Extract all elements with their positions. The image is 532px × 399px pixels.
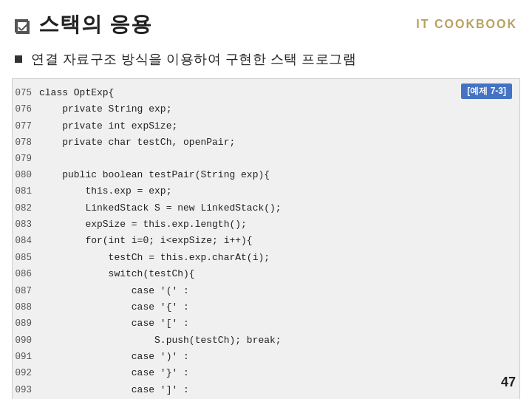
line-number: 088 bbox=[13, 301, 39, 315]
line-number: 087 bbox=[13, 284, 39, 299]
brand-label: IT COOKBOOK bbox=[416, 18, 517, 31]
table-row: 080 public boolean testPair(String exp){ bbox=[13, 167, 519, 183]
line-code: private char testCh, openPair; bbox=[39, 135, 235, 150]
code-container: [예제 7-3] 075class OptExp{076 private Str… bbox=[12, 78, 520, 399]
line-code: LinkedStack S = new LinkedStack(); bbox=[39, 201, 282, 216]
svg-line-2 bbox=[21, 24, 27, 30]
line-number: 080 bbox=[13, 168, 39, 183]
line-code: case '{' : bbox=[39, 300, 189, 315]
code-lines: 075class OptExp{076 private String exp;0… bbox=[13, 85, 519, 398]
line-code: case ')' : bbox=[39, 349, 189, 364]
line-code: testCh = this.exp.charAt(i); bbox=[39, 250, 270, 265]
line-number: 079 bbox=[13, 152, 39, 166]
page-title: 스택의 응용 bbox=[38, 10, 152, 38]
line-code: case '(' : bbox=[39, 284, 189, 299]
example-badge: [예제 7-3] bbox=[461, 83, 512, 99]
table-row: 089 case '[' : bbox=[13, 316, 519, 332]
table-row: 081 this.exp = exp; bbox=[13, 183, 519, 200]
table-row: 086 switch(testCh){ bbox=[13, 266, 519, 282]
line-code: this.exp = exp; bbox=[39, 184, 171, 199]
table-row: 075class OptExp{ bbox=[13, 85, 519, 101]
line-number: 081 bbox=[13, 185, 39, 199]
line-number: 089 bbox=[13, 317, 39, 331]
line-number: 093 bbox=[13, 383, 39, 398]
line-number: 078 bbox=[13, 136, 39, 150]
line-code: private int expSize; bbox=[39, 119, 177, 134]
line-code: case ']' : bbox=[39, 383, 189, 398]
line-code: S.push(testCh); break; bbox=[39, 333, 282, 348]
line-number: 083 bbox=[13, 218, 39, 232]
table-row: 088 case '{' : bbox=[13, 299, 519, 316]
checkbox-icon[interactable] bbox=[15, 19, 28, 33]
page-number: 47 bbox=[501, 375, 516, 390]
line-number: 086 bbox=[13, 267, 39, 282]
table-row: 090 S.push(testCh); break; bbox=[13, 332, 519, 349]
header: 스택의 응용 IT COOKBOOK bbox=[0, 0, 532, 46]
bullet-icon bbox=[15, 55, 22, 63]
table-row: 082 LinkedStack S = new LinkedStack(); bbox=[13, 200, 519, 216]
line-number: 076 bbox=[13, 103, 39, 117]
line-code: for(int i=0; i<expSize; i++){ bbox=[39, 233, 253, 248]
table-row: 083 expSize = this.exp.length(); bbox=[13, 216, 519, 233]
line-number: 092 bbox=[13, 366, 39, 381]
subtitle-text: 연결 자료구조 방식을 이용하여 구현한 스택 프로그램 bbox=[31, 50, 356, 68]
table-row: 092 case '}' : bbox=[13, 365, 519, 381]
table-row: 078 private char testCh, openPair; bbox=[13, 134, 519, 151]
table-row: 091 case ')' : bbox=[13, 349, 519, 365]
line-code: public boolean testPair(String exp){ bbox=[39, 168, 270, 183]
table-row: 085 testCh = this.exp.charAt(i); bbox=[13, 250, 519, 266]
line-code: switch(testCh){ bbox=[39, 267, 195, 282]
table-row: 077 private int expSize; bbox=[13, 118, 519, 134]
line-number: 091 bbox=[13, 350, 39, 364]
table-row: 084 for(int i=0; i<expSize; i++){ bbox=[13, 233, 519, 249]
line-code: private String exp; bbox=[39, 102, 171, 117]
table-row: 076 private String exp; bbox=[13, 101, 519, 117]
line-code: class OptExp{ bbox=[39, 86, 114, 100]
line-number: 082 bbox=[13, 202, 39, 216]
line-number: 077 bbox=[13, 120, 39, 134]
line-code: case '}' : bbox=[39, 366, 189, 381]
table-row: 087 case '(' : bbox=[13, 283, 519, 299]
line-code: case '[' : bbox=[39, 316, 189, 331]
line-number: 085 bbox=[13, 251, 39, 265]
subtitle-row: 연결 자료구조 방식을 이용하여 구현한 스택 프로그램 bbox=[0, 46, 532, 75]
line-code: expSize = this.exp.length(); bbox=[39, 217, 247, 232]
line-number: 090 bbox=[13, 334, 39, 348]
line-number: 075 bbox=[13, 86, 39, 100]
line-number: 084 bbox=[13, 234, 39, 248]
svg-line-1 bbox=[18, 27, 21, 30]
table-row: 093 case ']' : bbox=[13, 382, 519, 398]
table-row: 079 bbox=[13, 151, 519, 167]
